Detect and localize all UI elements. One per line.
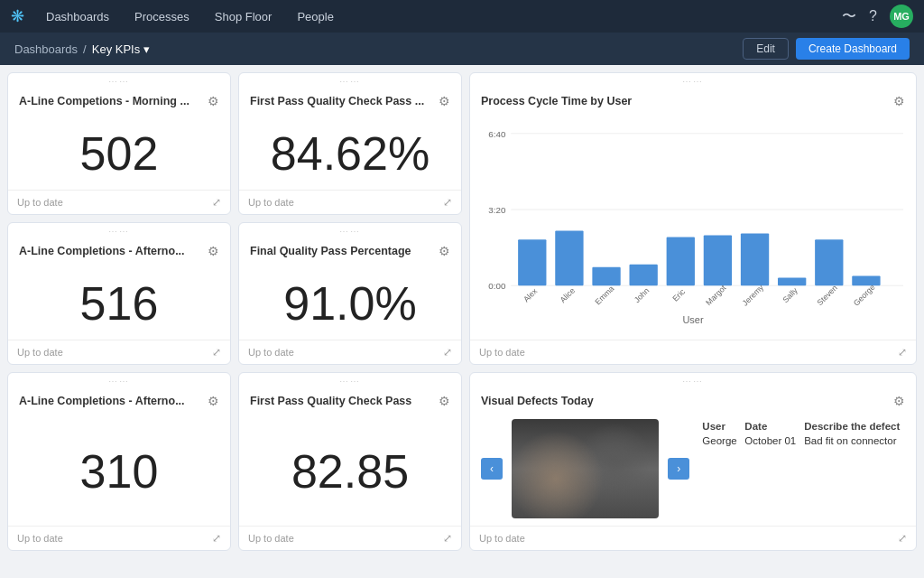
widget-1: ⋯⋯ A-Line Competions - Morning ... ⚙ 502… (7, 72, 231, 215)
svg-rect-18 (741, 233, 769, 285)
svg-text:3:20: 3:20 (488, 205, 506, 215)
gear-icon-4[interactable]: ⚙ (439, 244, 450, 258)
pulse-icon[interactable]: 〜 (842, 7, 856, 26)
nav-dashboards[interactable]: Dashboards (42, 10, 113, 23)
svg-text:Alex: Alex (522, 286, 540, 304)
widget-3-footer: Up to date ⤢ (8, 340, 230, 364)
chart-gear-icon[interactable]: ⚙ (893, 94, 905, 108)
drag-handle-5[interactable]: ⋯⋯ (8, 373, 230, 387)
widget-6-status: Up to date (248, 533, 294, 544)
col-header-description: Describe the defect (800, 419, 905, 434)
col-header-date: Date (741, 419, 800, 434)
widget-3-status: Up to date (17, 347, 63, 358)
defect-gear-icon[interactable]: ⚙ (893, 394, 905, 408)
avatar[interactable]: MG (890, 5, 913, 28)
drag-handle-2[interactable]: ⋯⋯ (239, 73, 461, 87)
chart-widget: ⋯⋯ Process Cycle Time by User ⚙ 6:40 3:2… (469, 72, 917, 365)
expand-icon-3[interactable]: ⤢ (212, 346, 221, 359)
widget-2-header: First Pass Quality Check Pass ... ⚙ (239, 87, 461, 112)
widget-2-footer: Up to date ⤢ (239, 190, 461, 214)
drag-handle-6[interactable]: ⋯⋯ (239, 373, 461, 387)
gear-icon-2[interactable]: ⚙ (439, 94, 450, 108)
svg-rect-6 (518, 239, 546, 285)
svg-text:Emma: Emma (593, 284, 615, 306)
logo-icon[interactable]: ❋ (11, 6, 24, 26)
expand-icon-4[interactable]: ⤢ (443, 346, 452, 359)
widget-5-footer: Up to date ⤢ (8, 526, 230, 550)
widget-4-footer: Up to date ⤢ (239, 340, 461, 364)
gear-icon-1[interactable]: ⚙ (208, 94, 219, 108)
svg-text:Steven: Steven (815, 284, 839, 308)
widget-4-title: Final Quality Pass Percentage (250, 245, 439, 257)
widget-1-footer: Up to date ⤢ (8, 190, 230, 214)
breadcrumb-current[interactable]: Key KPIs ▾ (92, 42, 150, 56)
defect-image-wrap (512, 419, 659, 518)
gear-icon-5[interactable]: ⚙ (208, 394, 219, 408)
gear-icon-3[interactable]: ⚙ (208, 244, 219, 258)
chart-x-label: User (481, 312, 905, 329)
svg-rect-20 (778, 277, 806, 285)
defect-content: ‹ › User Date Describe the defect (470, 412, 916, 526)
svg-text:Eric: Eric (670, 287, 687, 303)
chart-header: Process Cycle Time by User ⚙ (470, 87, 916, 112)
chart-status: Up to date (479, 347, 525, 358)
widget-6-title: First Pass Quality Check Pass (250, 395, 439, 407)
widget-5-header: A-Line Completions - Afterno... ⚙ (8, 387, 230, 412)
defect-widget: ⋯⋯ Visual Defects Today ⚙ ‹ › User Date (469, 372, 917, 551)
defect-title: Visual Defects Today (481, 395, 893, 407)
chart-footer: Up to date ⤢ (470, 340, 916, 364)
widget-1-value: 502 (8, 112, 230, 190)
gear-icon-6[interactable]: ⚙ (439, 394, 450, 408)
svg-text:Alice: Alice (559, 286, 578, 305)
col-header-user: User (698, 419, 741, 434)
expand-icon-6[interactable]: ⤢ (443, 532, 452, 545)
nav-shopfloor[interactable]: Shop Floor (211, 10, 276, 23)
svg-rect-14 (667, 237, 695, 285)
widget-3: ⋯⋯ A-Line Completions - Afterno... ⚙ 516… (7, 222, 231, 365)
breadcrumb-root[interactable]: Dashboards (14, 42, 78, 56)
svg-rect-12 (630, 265, 658, 286)
widget-6-header: First Pass Quality Check Pass ⚙ (239, 387, 461, 412)
widget-1-header: A-Line Competions - Morning ... ⚙ (8, 87, 230, 112)
widget-4-header: Final Quality Pass Percentage ⚙ (239, 237, 461, 262)
defect-drag-handle[interactable]: ⋯⋯ (470, 373, 916, 387)
svg-text:6:40: 6:40 (488, 129, 506, 139)
defect-table: User Date Describe the defect George Oct… (698, 419, 905, 448)
drag-handle-1[interactable]: ⋯⋯ (8, 73, 230, 87)
next-arrow[interactable]: › (668, 458, 689, 480)
defect-status: Up to date (479, 533, 525, 544)
widget-5: ⋯⋯ A-Line Completions - Afterno... ⚙ 310… (7, 372, 231, 551)
drag-handle-3[interactable]: ⋯⋯ (8, 223, 230, 237)
nav-people[interactable]: People (293, 10, 337, 23)
widget-3-value: 516 (8, 262, 230, 340)
chart-expand-icon[interactable]: ⤢ (898, 346, 907, 359)
svg-text:George: George (852, 283, 877, 308)
widget-3-header: A-Line Completions - Afterno... ⚙ (8, 237, 230, 262)
help-icon[interactable]: ? (869, 8, 877, 24)
nav-left: ❋ Dashboards Processes Shop Floor People (11, 6, 337, 26)
chart-title: Process Cycle Time by User (481, 95, 893, 107)
chart-drag-handle[interactable]: ⋯⋯ (470, 73, 916, 87)
widget-2-title: First Pass Quality Check Pass ... (250, 95, 439, 107)
svg-rect-16 (704, 235, 732, 285)
svg-text:Sally: Sally (781, 285, 799, 304)
drag-handle-4[interactable]: ⋯⋯ (239, 223, 461, 237)
create-dashboard-button[interactable]: Create Dashboard (796, 38, 910, 60)
widget-5-status: Up to date (17, 533, 63, 544)
defect-image-inner (512, 419, 659, 518)
svg-rect-8 (555, 231, 583, 286)
expand-icon-5[interactable]: ⤢ (212, 532, 221, 545)
defect-expand-icon[interactable]: ⤢ (898, 532, 907, 545)
breadcrumb-bar: Dashboards / Key KPIs ▾ Edit Create Dash… (0, 33, 924, 65)
widget-6-footer: Up to date ⤢ (239, 526, 461, 550)
expand-icon-2[interactable]: ⤢ (443, 196, 452, 209)
edit-button[interactable]: Edit (743, 38, 789, 60)
nav-right: 〜 ? MG (842, 5, 913, 28)
svg-text:Jeremy: Jeremy (741, 283, 766, 308)
nav-processes[interactable]: Processes (131, 10, 193, 23)
prev-arrow[interactable]: ‹ (481, 458, 503, 480)
chart-area: 6:40 3:20 0:00 Alex Alice Emma John (470, 112, 916, 340)
svg-rect-24 (852, 275, 880, 285)
expand-icon-1[interactable]: ⤢ (212, 196, 221, 209)
widget-4-value: 91.0% (239, 262, 461, 340)
